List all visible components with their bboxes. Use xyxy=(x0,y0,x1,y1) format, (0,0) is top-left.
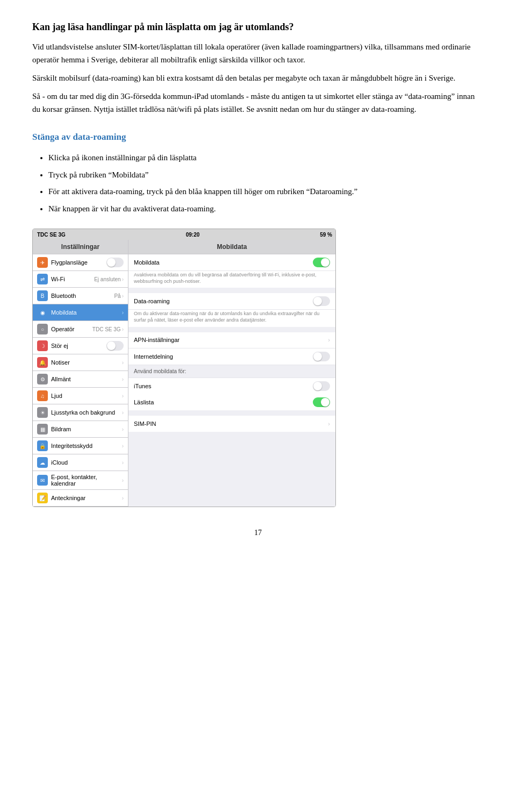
bluetooth-icon: B xyxy=(37,290,48,301)
settings-gap-3 xyxy=(128,327,335,332)
sidebar-label-dnd: Stör ej xyxy=(51,343,106,349)
sidebar-label-privacy: Integritetsskydd xyxy=(51,443,121,449)
sidebar-item-dnd[interactable]: ☽Stör ej xyxy=(33,338,128,354)
sidebar-header: Inställningar xyxy=(33,240,128,254)
notes-icon: 📝 xyxy=(37,493,48,503)
arrow-mail: › xyxy=(122,478,124,483)
row-label-7: iTunes xyxy=(134,383,313,389)
arrow-bluetooth: › xyxy=(122,293,124,299)
main-title: Kan jag läsa handlingar på min läsplatta… xyxy=(32,22,484,33)
section-title: Stänga av data-roaming xyxy=(32,132,484,143)
sidebar-item-wifi[interactable]: ⇌Wi-FiEj ansluten› xyxy=(33,271,128,288)
row-label-2: Data-roaming xyxy=(134,298,313,304)
ipad-content: Inställningar ✈Flygplansläge⇌Wi-FiEj ans… xyxy=(33,240,335,507)
sidebar-item-operator[interactable]: ○OperatörTDC SE 3G› xyxy=(33,321,128,338)
settings-row-2: Data-roaming xyxy=(128,293,335,310)
sidebar-value-operator: TDC SE 3G xyxy=(92,326,121,332)
row-desc-0: Avaktivera mobildata om du vill begränsa… xyxy=(128,271,335,288)
battery-label: 59 % xyxy=(320,232,332,238)
row-toggle-5[interactable] xyxy=(313,352,330,361)
settings-section-label-6: Använd mobildata för: xyxy=(128,365,335,378)
sidebar-label-general: Allmänt xyxy=(51,376,121,382)
settings-row-0: Mobildata xyxy=(128,254,335,271)
bullet-item-3: För att aktivera data-roaming, tryck på … xyxy=(48,185,484,199)
arrow-notes: › xyxy=(122,495,124,501)
sidebar-label-sound: Ljud xyxy=(51,393,121,399)
row-toggle-7[interactable] xyxy=(313,381,330,391)
right-panel-content: MobildataAvaktivera mobildata om du vill… xyxy=(128,254,335,432)
arrow-brightness: › xyxy=(122,410,124,416)
settings-gap-1 xyxy=(128,288,335,293)
arrow-privacy: › xyxy=(122,443,124,449)
row-label-10: SIM-PIN xyxy=(134,421,328,427)
bullet-list: Klicka på ikonen inställningar på din lä… xyxy=(48,151,484,216)
sidebar-item-mail[interactable]: ✉E-post, kontakter, kalendrar› xyxy=(33,471,128,490)
row-toggle-8[interactable] xyxy=(313,397,330,407)
row-toggle-2[interactable] xyxy=(313,296,330,306)
arrow-general: › xyxy=(122,376,124,382)
section-label-text-6: Använd mobildata för: xyxy=(134,368,330,374)
sidebar-item-privacy[interactable]: 🔒Integritetsskydd› xyxy=(33,438,128,454)
row-label-0: Mobildata xyxy=(134,259,313,266)
bullet-item-1: Klicka på ikonen inställningar på din lä… xyxy=(48,151,484,165)
row-label-4: APN-inställningar xyxy=(134,337,328,343)
status-bar: TDC SE 3G 09:20 59 % xyxy=(33,229,336,240)
dnd-icon: ☽ xyxy=(37,340,48,351)
paragraph-2: Särskilt mobilsurf (data-roaming) kan bl… xyxy=(32,72,484,84)
sidebar-item-airplane[interactable]: ✈Flygplansläge xyxy=(33,254,128,271)
sidebar-label-notif: Notiser xyxy=(51,359,121,366)
sidebar-item-icloud[interactable]: ☁iCloud› xyxy=(33,454,128,471)
wifi-icon: ⇌ xyxy=(37,274,48,284)
ipad-screenshot: TDC SE 3G 09:20 59 % Inställningar ✈Flyg… xyxy=(32,229,336,507)
operator-icon: ○ xyxy=(37,324,48,334)
privacy-icon: 🔒 xyxy=(37,440,48,451)
right-panel-header: Mobildata xyxy=(128,240,335,254)
arrow-sound: › xyxy=(122,393,124,399)
row-desc-2: Om du aktiverar data-roaming när du är u… xyxy=(128,310,335,326)
arrow-wallpaper: › xyxy=(122,426,124,432)
paragraph-3: Så - om du tar med dig din 3G-försedda k… xyxy=(32,90,484,116)
sidebar-items: ✈Flygplansläge⇌Wi-FiEj ansluten›BBluetoo… xyxy=(33,254,128,507)
row-toggle-0[interactable] xyxy=(313,258,330,267)
carrier-label: TDC SE 3G xyxy=(37,232,66,238)
sidebar-item-brightness[interactable]: ☀Ljusstyrka och bakgrund› xyxy=(33,404,128,421)
page-number: 17 xyxy=(32,529,484,537)
settings-row-5[interactable]: Internetdelning xyxy=(128,348,335,365)
mobile-icon: ◉ xyxy=(37,307,48,318)
settings-row-7: iTunes xyxy=(128,378,335,394)
bullet-item-2: Tryck på rubriken “Mobildata” xyxy=(48,168,484,182)
settings-group-2: Data-roamingOm du aktiverar data-roaming… xyxy=(128,293,335,326)
sidebar: Inställningar ✈Flygplansläge⇌Wi-FiEj ans… xyxy=(33,240,128,507)
row-arrow-4: › xyxy=(328,337,330,343)
sidebar-item-notif[interactable]: 🔔Notiser› xyxy=(33,354,128,371)
general-icon: ⚙ xyxy=(37,374,48,384)
sidebar-label-bluetooth: Bluetooth xyxy=(51,293,112,299)
toggle-dnd[interactable] xyxy=(106,341,124,351)
settings-row-4[interactable]: APN-inställningar› xyxy=(128,332,335,348)
sidebar-label-mail: E-post, kontakter, kalendrar xyxy=(51,474,121,487)
settings-row-8: Läslista xyxy=(128,394,335,410)
settings-row-10[interactable]: SIM-PIN› xyxy=(128,416,335,432)
arrow-mobile: › xyxy=(122,310,124,316)
toggle-airplane[interactable] xyxy=(106,258,124,267)
sidebar-item-sound[interactable]: ♫Ljud› xyxy=(33,388,128,404)
brightness-icon: ☀ xyxy=(37,407,48,418)
sidebar-item-general[interactable]: ⚙Allmänt› xyxy=(33,371,128,388)
sound-icon: ♫ xyxy=(37,390,48,401)
notif-icon: 🔔 xyxy=(37,357,48,368)
bullet-item-4: När knappen är vit har du avaktiverat da… xyxy=(48,202,484,216)
paragraph-1: Vid utlandsvistelse ansluter SIM-kortet/… xyxy=(32,40,484,66)
sidebar-item-mobile[interactable]: ◉Mobildata› xyxy=(33,304,128,321)
sidebar-item-notes[interactable]: 📝Anteckningar› xyxy=(33,490,128,507)
settings-group-8: Läslista xyxy=(128,394,335,410)
time-label: 09:20 xyxy=(186,232,200,238)
settings-group-7: iTunes xyxy=(128,378,335,394)
sidebar-item-bluetooth[interactable]: BBluetoothPå› xyxy=(33,288,128,304)
sidebar-item-wallpaper[interactable]: ▦Bildram› xyxy=(33,421,128,438)
row-arrow-10: › xyxy=(328,421,330,427)
sidebar-label-airplane: Flygplansläge xyxy=(51,259,106,266)
arrow-icloud: › xyxy=(122,460,124,466)
sidebar-label-wifi: Wi-Fi xyxy=(51,276,92,282)
arrow-wifi: › xyxy=(122,276,124,282)
row-label-8: Läslista xyxy=(134,399,313,405)
